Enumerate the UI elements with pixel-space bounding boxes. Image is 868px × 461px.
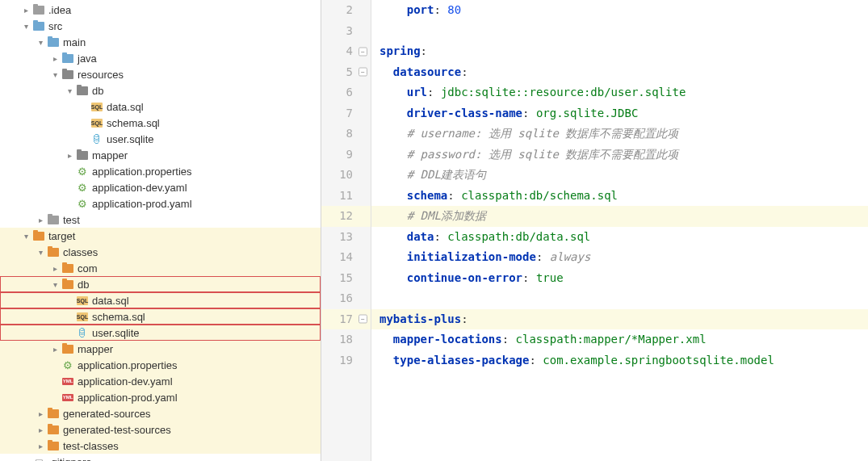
code-line[interactable]: url: jdbc:sqlite::resource:db/user.sqlit… [379,82,868,103]
tree-item-data-sql[interactable]: ▸SQLdata.sql [0,292,321,308]
fold-icon[interactable]: − [359,315,367,324]
chevron-right-icon[interactable]: ▸ [36,215,45,224]
sql-file-icon: SQL [76,294,89,307]
code-line[interactable]: datasource: [379,62,868,83]
code-line[interactable]: continue-on-error: true [379,268,868,289]
tree-item-data-sql[interactable]: ▸SQLdata.sql [0,98,321,115]
tree-item-application-properties[interactable]: ▸⚙application.properties [0,357,321,373]
line-number: 17− [321,309,371,330]
chevron-down-icon[interactable]: ▾ [36,247,45,257]
chevron-right-icon[interactable]: ▸ [36,425,45,434]
folder-icon [32,229,45,242]
tree-item-label: application-prod.yaml [92,198,192,210]
tree-item-schema-sql[interactable]: ▸SQLschema.sql [0,308,321,325]
chevron-right-icon[interactable]: ▸ [50,344,60,354]
project-tree[interactable]: ▸.idea▾src▾main▸java▾resources▾db▸SQLdat… [0,0,321,461]
tree-item-label: .idea [48,4,71,16]
tree-item-test-classes[interactable]: ▸test-classes [0,438,321,454]
chevron-right-icon[interactable]: ▸ [50,263,60,273]
tree-item-db[interactable]: ▾db [0,276,321,292]
folder-icon [47,213,60,226]
folder-icon [47,407,60,420]
tree-item-application-prod-yaml[interactable]: ▸YMLapplication-prod.yaml [0,389,321,405]
chevron-right-icon[interactable]: ▸ [36,409,45,418]
tree-item-label: java [78,52,97,65]
tree-item-test[interactable]: ▸test [0,212,321,228]
tree-item-mapper[interactable]: ▸mapper [0,147,321,163]
gitignore-file-icon: ◻ [32,455,45,461]
folder-icon [76,84,89,97]
code-line[interactable] [379,21,868,42]
chevron-right-icon[interactable]: ▸ [21,5,31,15]
tree-item-application-prod-yaml[interactable]: ▸⚙application-prod.yaml [0,195,321,212]
line-number: 19 [321,350,371,371]
tree-item-db[interactable]: ▾db [0,82,321,98]
line-number: 13 [321,227,371,248]
fold-icon[interactable]: − [359,47,367,56]
code-line[interactable]: schema: classpath:db/schema.sql [379,186,868,207]
chevron-down-icon[interactable]: ▾ [21,231,31,241]
properties-file-icon: ⚙ [76,197,89,210]
code-editor[interactable]: 234−5−67891011121314151617−1819 port: 80… [321,0,868,461]
code-area[interactable]: port: 80spring: datasource: url: jdbc:sq… [371,0,868,461]
folder-icon [61,278,74,291]
code-line[interactable]: # username: 选用 sqlite 数据库不需要配置此项 [379,124,868,145]
tree-item-label: .gitignore [48,456,91,462]
code-line[interactable] [379,288,868,309]
tree-item-user-sqlite[interactable]: ▸🛢user.sqlite [0,325,321,341]
tree-item-label: data.sql [107,101,144,113]
folder-icon [47,439,60,452]
sql-file-icon: SQL [90,100,103,113]
chevron-right-icon[interactable]: ▸ [50,53,60,63]
tree-item-label: generated-test-sources [63,424,171,436]
code-line[interactable]: mapper-locations: classpath:mapper/*Mapp… [379,329,868,350]
chevron-down-icon[interactable]: ▾ [36,37,45,47]
yaml-file-icon: YML [61,391,74,404]
tree-item-resources[interactable]: ▾resources [0,66,321,82]
code-line[interactable]: type-aliases-package: com.example.spring… [379,350,868,371]
tree-item-application-dev-yaml[interactable]: ▸⚙application-dev.yaml [0,179,321,195]
tree-item-target[interactable]: ▾target [0,228,321,244]
tree-item-mapper[interactable]: ▸mapper [0,341,321,357]
folder-icon [47,36,60,48]
tree-item-com[interactable]: ▸com [0,260,321,276]
line-number: 16 [321,288,371,309]
tree-item-schema-sql[interactable]: ▸SQLschema.sql [0,115,321,131]
code-line[interactable]: # password: 选用 sqlite 数据库不需要配置此项 [379,145,868,166]
tree-item--idea[interactable]: ▸.idea [0,2,321,18]
code-line[interactable]: # DML添加数据 [371,206,868,227]
chevron-down-icon[interactable]: ▾ [21,21,31,31]
tree-item-label: db [78,279,89,291]
tree-item-label: target [48,230,75,242]
tree-item--gitignore[interactable]: ▸◻.gitignore [0,454,321,461]
code-line[interactable]: driver-class-name: org.sqlite.JDBC [379,103,868,124]
chevron-right-icon[interactable]: ▸ [36,441,45,451]
tree-item-generated-sources[interactable]: ▸generated-sources [0,405,321,421]
chevron-down-icon[interactable]: ▾ [50,69,60,79]
tree-item-label: application-dev.yaml [92,182,187,194]
line-number: 8 [321,124,371,145]
tree-item-application-dev-yaml[interactable]: ▸YMLapplication-dev.yaml [0,373,321,389]
fold-icon[interactable]: − [359,68,367,77]
tree-item-src[interactable]: ▾src [0,18,321,34]
line-number: 6 [321,82,371,103]
tree-item-main[interactable]: ▾main [0,34,321,50]
tree-item-java[interactable]: ▸java [0,50,321,66]
chevron-down-icon[interactable]: ▾ [65,86,74,95]
tree-item-generated-test-sources[interactable]: ▸generated-test-sources [0,421,321,438]
tree-item-label: schema.sql [107,117,160,129]
tree-item-label: schema.sql [92,311,145,323]
tree-item-classes[interactable]: ▾classes [0,244,321,260]
code-line[interactable]: initialization-mode: always [379,247,868,268]
code-line[interactable]: data: classpath:db/data.sql [379,227,868,248]
code-line[interactable]: # DDL建表语句 [379,165,868,186]
tree-item-user-sqlite[interactable]: ▸🛢user.sqlite [0,131,321,147]
chevron-right-icon[interactable]: ▸ [65,150,74,160]
chevron-down-icon[interactable]: ▾ [50,279,60,289]
tree-item-label: src [48,20,62,32]
code-line[interactable]: spring: [379,41,868,62]
code-line[interactable]: port: 80 [379,0,868,21]
line-number: 3 [321,21,371,42]
code-line[interactable]: mybatis-plus: [371,309,868,330]
tree-item-application-properties[interactable]: ▸⚙application.properties [0,163,321,179]
